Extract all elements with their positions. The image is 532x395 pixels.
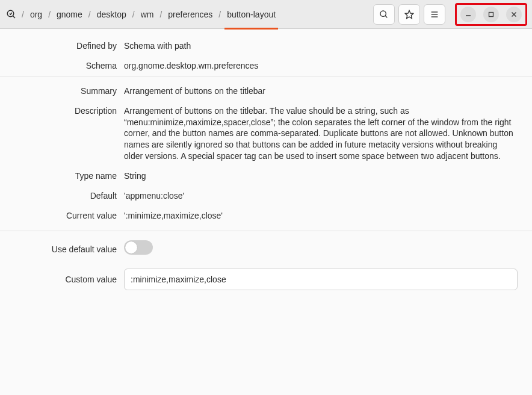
breadcrumb-separator: / [86, 10, 93, 19]
label-description: Description [10, 105, 124, 162]
toggle-knob [125, 241, 137, 253]
label-summary: Summary [10, 86, 124, 97]
search-button[interactable] [373, 4, 395, 25]
bookmark-button[interactable] [398, 4, 420, 25]
svg-marker-2 [405, 10, 413, 18]
breadcrumb-item-org[interactable]: org [28, 5, 45, 24]
custom-value-input[interactable] [124, 269, 518, 290]
row-schema: Schema org.gnome.desktop.wm.preferences [10, 56, 522, 76]
window-controls-highlight [455, 3, 527, 26]
value-description: Arrangement of buttons on the titlebar. … [124, 105, 522, 162]
row-default: Default 'appmenu:close' [10, 186, 522, 206]
value-schema: org.gnome.desktop.wm.preferences [124, 60, 522, 72]
window-maximize-button[interactable] [483, 7, 499, 22]
label-type-name: Type name [10, 170, 124, 182]
header-bar: / org / gnome / desktop / wm / preferenc… [0, 0, 532, 29]
label-schema: Schema [10, 60, 124, 72]
content-area: Defined by Schema with path Schema org.g… [0, 29, 532, 294]
value-current-value: ':minimize,maximize,close' [124, 210, 522, 222]
breadcrumb-separator: / [130, 10, 137, 19]
row-custom-value: Custom value [10, 259, 522, 294]
hamburger-icon [430, 10, 439, 19]
window-close-button[interactable] [506, 7, 522, 22]
label-default: Default [10, 190, 124, 202]
window-minimize-button[interactable] [460, 7, 476, 22]
svg-rect-7 [489, 12, 493, 16]
star-icon [404, 10, 414, 19]
row-summary: Summary Arrangement of buttons on the ti… [10, 81, 522, 101]
section-edit: Use default value Custom value [0, 231, 532, 294]
section-info: Summary Arrangement of buttons on the ti… [0, 76, 532, 231]
svg-point-0 [7, 10, 14, 17]
app-icon[interactable] [5, 8, 18, 21]
breadcrumb-separator: / [19, 10, 26, 19]
breadcrumb-item-gnome[interactable]: gnome [54, 5, 85, 24]
value-summary: Arrangement of buttons on the titlebar [124, 86, 522, 97]
row-current-value: Current value ':minimize,maximize,close' [10, 206, 522, 226]
breadcrumb-item-preferences[interactable]: preferences [165, 5, 215, 24]
breadcrumb: / org / gnome / desktop / wm / preferenc… [5, 5, 371, 24]
breadcrumb-item-wm[interactable]: wm [138, 5, 156, 24]
maximize-icon [488, 11, 494, 17]
breadcrumb-separator: / [157, 10, 164, 19]
svg-point-1 [380, 11, 386, 16]
breadcrumb-item-button-layout[interactable]: button-layout [224, 5, 278, 24]
label-defined-by: Defined by [10, 40, 124, 52]
breadcrumb-separator: / [216, 10, 223, 19]
value-type-name: String [124, 170, 522, 182]
row-use-default: Use default value [10, 236, 522, 259]
breadcrumb-separator: / [46, 10, 53, 19]
value-default: 'appmenu:close' [124, 190, 522, 202]
use-default-toggle[interactable] [124, 240, 153, 255]
label-use-default: Use default value [10, 240, 124, 255]
label-custom-value: Custom value [10, 269, 124, 290]
header-actions [373, 4, 445, 25]
search-icon [379, 10, 389, 19]
menu-button[interactable] [424, 4, 445, 25]
minimize-icon [465, 11, 471, 17]
breadcrumb-item-desktop[interactable]: desktop [94, 5, 129, 24]
row-type-name: Type name String [10, 166, 522, 186]
section-schema: Defined by Schema with path Schema org.g… [0, 36, 532, 76]
row-description: Description Arrangement of buttons on th… [10, 101, 522, 166]
close-icon [511, 11, 517, 17]
row-defined-by: Defined by Schema with path [10, 36, 522, 56]
value-defined-by: Schema with path [124, 40, 522, 52]
label-current-value: Current value [10, 210, 124, 222]
